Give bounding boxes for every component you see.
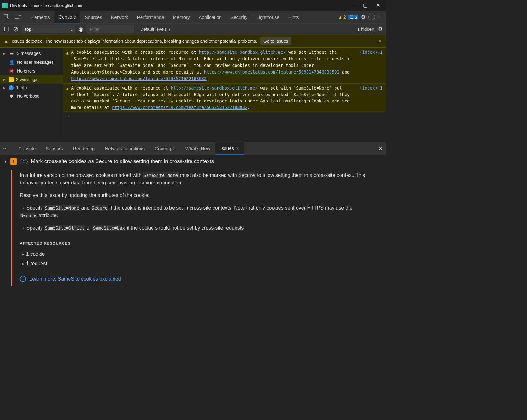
toggle-sidebar-icon[interactable]	[3, 26, 9, 32]
sidebar-item-verbose[interactable]: ✱No verbose	[0, 92, 63, 101]
console-subtoolbar: top ▾ ◉ Default levels ▾ 1 hidden ⚙	[0, 23, 386, 35]
close-button[interactable]: ✕	[375, 3, 381, 8]
app-icon	[2, 3, 8, 8]
tab-elements[interactable]: Elements	[26, 11, 54, 23]
chevron-right-icon: ▶	[3, 86, 6, 90]
message-link[interactable]: http://samesite-sandbox.glitch.me/	[171, 85, 258, 90]
console-messages: ▲ A cookie associated with a cross-site …	[63, 48, 386, 142]
issues-badge[interactable]: ☰6	[348, 15, 358, 19]
banner-text: Issues detected. The new Issues tab disp…	[12, 39, 257, 44]
tab-console[interactable]: Console	[54, 11, 80, 23]
clear-console-icon[interactable]	[13, 26, 19, 32]
drawer-tab-network-conditions[interactable]: Network conditions	[100, 142, 150, 155]
console-body: ▶☰3 messages 👤No user messages ✖No error…	[0, 48, 386, 142]
go-to-issues-button[interactable]: Go to Issues	[260, 37, 291, 45]
close-tab-icon[interactable]: ✕	[236, 146, 239, 150]
warnings-badge[interactable]: ▲2	[338, 14, 346, 19]
filter-input[interactable]	[87, 25, 134, 33]
console-warning-message: ▲ A cookie associated with a cross-site …	[63, 48, 386, 84]
chevron-down-icon: ▾	[169, 27, 171, 32]
more-menu-icon[interactable]: ⋯	[378, 14, 383, 19]
svg-rect-1	[15, 15, 19, 18]
device-toggle-icon[interactable]	[14, 14, 21, 20]
chevron-right-icon: ▶	[22, 261, 24, 266]
maximize-button[interactable]: ▢	[363, 3, 368, 8]
issue-count-badge: 1	[20, 159, 28, 164]
drawer-tab-sensors[interactable]: Sensors	[41, 142, 68, 155]
tab-security[interactable]: Security	[226, 11, 252, 23]
drawer-tab-coverage[interactable]: Coverage	[150, 142, 180, 155]
tab-hints[interactable]: Hints	[284, 11, 303, 23]
bug-icon: ✱	[9, 93, 14, 99]
tab-memory[interactable]: Memory	[169, 11, 194, 23]
message-link[interactable]: https://www.chromestatus.com/feature/563…	[71, 76, 207, 81]
tab-sources[interactable]: Sources	[80, 11, 107, 23]
settings-icon[interactable]: ⚙	[361, 14, 366, 20]
drawer-more-icon[interactable]: ⋯	[3, 146, 8, 151]
warning-icon: ▲	[66, 85, 69, 111]
console-warning-message: ▲ A cookie associated with a resource at…	[63, 84, 386, 113]
chevron-down-icon: ▾	[71, 28, 73, 33]
learn-more-row: Learn more: SameSite cookies explained	[20, 275, 367, 283]
main-toolbar: Elements Console Sources Network Perform…	[0, 11, 386, 23]
learn-more-link[interactable]: Learn more: SameSite cookies explained	[29, 275, 121, 283]
chevron-right-icon: ▶	[3, 52, 6, 55]
live-expression-icon[interactable]: ◉	[79, 26, 84, 33]
sidebar-item-errors[interactable]: ✖No errors	[0, 67, 63, 75]
log-levels-selector[interactable]: Default levels ▾	[140, 27, 171, 32]
drawer-close-icon[interactable]: ✕	[378, 145, 383, 152]
affected-requests[interactable]: ▶1 request	[20, 259, 367, 268]
console-settings-icon[interactable]: ⚙	[378, 26, 383, 32]
affected-cookies[interactable]: ▶1 cookie	[20, 249, 367, 259]
profile-avatar-icon[interactable]	[368, 14, 375, 20]
tab-performance[interactable]: Performance	[133, 11, 169, 23]
tab-lighthouse[interactable]: Lighthouse	[252, 11, 284, 23]
sidebar-item-messages[interactable]: ▶☰3 messages	[0, 49, 63, 58]
console-prompt[interactable]: ›	[63, 112, 386, 120]
list-icon: ☰	[9, 51, 14, 56]
sidebar-item-info[interactable]: ▶i1 info	[0, 84, 63, 92]
chevron-down-icon: ▼	[4, 160, 7, 163]
issue-header[interactable]: ▼ ! 1 Mark cross-site cookies as Secure …	[0, 157, 386, 166]
svg-rect-4	[4, 27, 5, 31]
main-tabs: Elements Console Sources Network Perform…	[26, 11, 303, 23]
issue-title: Mark cross-site cookies as Secure to all…	[31, 158, 214, 165]
message-link[interactable]: https://www.chromestatus.com/feature/508…	[204, 69, 340, 74]
message-link[interactable]: http://samesite-sandbox.glitch.me/	[199, 50, 286, 55]
issues-panel: ▼ ! 1 Mark cross-site cookies as Secure …	[0, 155, 386, 289]
issues-icon: ☰	[350, 15, 354, 19]
minimize-button[interactable]: —	[350, 3, 356, 8]
warning-icon: ▲	[66, 49, 69, 82]
message-link[interactable]: https://www.chromestatus.com/feature/563…	[112, 105, 247, 110]
tab-application[interactable]: Application	[194, 11, 226, 23]
info-icon: i	[9, 85, 14, 90]
context-selector[interactable]: top ▾	[22, 25, 75, 33]
banner-close-icon[interactable]: ✕	[378, 39, 382, 44]
affected-resources-heading: AFFECTED RESOURCES	[20, 241, 367, 246]
sidebar-item-user[interactable]: 👤No user messages	[0, 58, 63, 67]
hidden-count[interactable]: 1 hidden	[357, 27, 374, 32]
issue-body: In a future version of the browser, cook…	[11, 170, 373, 286]
user-icon: 👤	[9, 59, 14, 65]
console-sidebar: ▶☰3 messages 👤No user messages ✖No error…	[0, 48, 63, 142]
drawer-tab-whats-new[interactable]: What's New	[180, 142, 215, 155]
drawer-tab-issues[interactable]: Issues✕	[215, 142, 244, 155]
chevron-right-icon: ▶	[3, 78, 6, 81]
chevron-right-icon: ▶	[22, 252, 24, 257]
window-title: DevTools - samesite-sandbox.glitch.me/	[10, 3, 350, 8]
message-source-link[interactable]: (index):1	[360, 85, 383, 111]
issues-banner: ▲ Issues detected. The new Issues tab di…	[0, 35, 386, 48]
sidebar-item-warnings[interactable]: ▶!2 warnings	[0, 75, 63, 84]
drawer-tab-console[interactable]: Console	[13, 142, 41, 155]
external-link-icon	[20, 276, 26, 282]
message-source-link[interactable]: (index):1	[360, 49, 383, 82]
svg-line-6	[14, 28, 17, 31]
error-icon: ✖	[9, 68, 14, 74]
warning-icon: !	[9, 77, 14, 82]
drawer-tab-rendering[interactable]: Rendering	[68, 142, 100, 155]
tab-network[interactable]: Network	[107, 11, 133, 23]
inspect-element-icon[interactable]	[3, 14, 10, 20]
window-titlebar: DevTools - samesite-sandbox.glitch.me/ —…	[0, 0, 386, 11]
context-value: top	[22, 25, 75, 33]
issue-severity-icon: !	[10, 158, 17, 165]
